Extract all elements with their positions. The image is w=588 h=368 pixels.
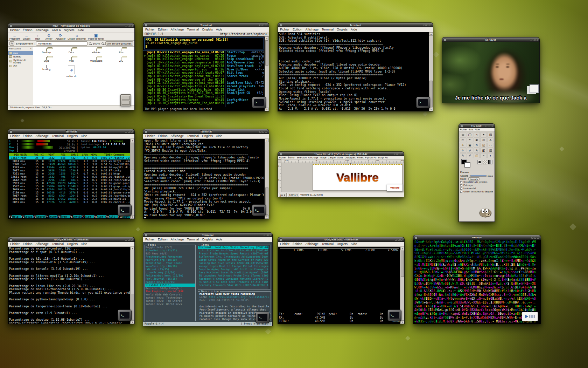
feed-row[interactable]: The Register: World (ERR: [145, 290, 195, 293]
magnify-tool-icon[interactable]: ◎: [480, 137, 487, 142]
menu-item[interactable]: Terminal: [187, 238, 199, 241]
function-key[interactable]: F3Search: [33, 215, 46, 218]
process-row[interactable]: 7597max150558842877211648S0.02.30:03.23g…: [9, 185, 130, 188]
toolbar-button[interactable]: ⟳Actualiser: [56, 34, 66, 40]
window-buttons[interactable]: [125, 25, 133, 27]
item-row[interactable]: Large Caves Found on the Surface of Mars…: [198, 258, 271, 261]
select-by-color-tool-icon[interactable]: ▧: [487, 132, 494, 137]
menu-item[interactable]: Fichier: [10, 28, 20, 32]
menu-item[interactable]: Onglets: [67, 242, 78, 246]
playlist-row[interactable]: (mp3) 06-36_Crazyfists-Midnight_Swim09:1…: [144, 88, 225, 92]
tool-option-row[interactable]: Sensibilité à la pression: [460, 180, 493, 184]
menu-item[interactable]: Édition: [23, 242, 33, 246]
toolbar-button[interactable]: ←Précédent: [9, 34, 20, 40]
file-icon[interactable]: eBooks: [84, 49, 109, 54]
menu-item[interactable]: Terminal: [187, 134, 199, 138]
menu-item[interactable]: Sélection: [296, 156, 307, 159]
feed-row[interactable]: kuro5hin.org (10/10): [145, 265, 195, 268]
scissors-tool-icon[interactable]: ✄: [460, 137, 466, 142]
menu-item[interactable]: Python-Fu: [365, 156, 376, 159]
playlist-row[interactable]: (mp3) 09-killswitch_engage-break_the_sil…: [144, 75, 225, 78]
window-buttons[interactable]: [263, 234, 271, 236]
menu-item[interactable]: Affichage: [308, 156, 318, 159]
menu-item[interactable]: Édition: [293, 28, 302, 31]
file-icon[interactable]: Style: [34, 57, 59, 62]
menu-item[interactable]: Affichage: [171, 28, 184, 31]
mode-select[interactable]: Normal ▾: [468, 177, 479, 180]
menu-item[interactable]: Aide: [216, 28, 222, 31]
item-row[interactable]: BitTorrent Inc. Introduces Ad-Supported …: [198, 255, 271, 258]
function-key[interactable]: F2Setup: [21, 215, 34, 218]
opacity-slider[interactable]: [470, 175, 486, 177]
menu-item[interactable]: Édition: [23, 28, 33, 32]
process-row[interactable]: 2642root11-427961340484S0.00.10:00.83/sb…: [9, 178, 130, 182]
zoom-select[interactable]: 100% ▾: [288, 193, 299, 197]
command-row[interactable]: Search track/: [227, 75, 264, 78]
scale-tool-icon[interactable]: ◱: [480, 143, 487, 148]
function-key[interactable]: F6SortBy: [70, 215, 82, 218]
menu-item[interactable]: Édition: [23, 134, 33, 138]
file-icon[interactable]: Desktop: [34, 49, 59, 54]
item-row[interactable]: Serenity Trounces Star Wars (2007-04-03T…: [198, 284, 271, 287]
process-row[interactable]: 7049max15032344101167804S0.00.80:00.44/u…: [9, 188, 130, 191]
menu-item[interactable]: Aide: [351, 28, 357, 31]
menu-item[interactable]: Affichage: [36, 28, 49, 32]
titlebar[interactable]: *Sans titre-2.0 (RVB, 4 calques) 357x142: [278, 151, 404, 156]
menu-item[interactable]: Image: [320, 156, 326, 159]
menu-item[interactable]: Onglets: [337, 28, 348, 31]
feed-row[interactable]: Yahoo! News: Top Storie: [145, 299, 195, 302]
menu-item[interactable]: Affichage: [171, 134, 184, 138]
titlebar[interactable]: Terminal: [278, 22, 433, 27]
toolbar-button[interactable]: →Suivant: [22, 34, 31, 40]
file-icon[interactable]: Docs: [59, 49, 84, 54]
window-buttons[interactable]: [485, 125, 493, 127]
pattern-indicator[interactable]: [483, 160, 487, 164]
playlist-row[interactable]: (mp3) 05-36_Crazyfists-The_Great_Descent…: [144, 95, 225, 98]
item-row[interactable]: EU Launches Antitrust Probe Into iTunes …: [198, 274, 271, 277]
feed-row[interactable]: World Wide Web Consorti: [145, 293, 195, 296]
menu-item[interactable]: Fichier: [280, 242, 289, 246]
menu-item[interactable]: Onglets: [202, 134, 213, 138]
feed-row[interactable]: Perl Journal (15/15): [145, 277, 195, 280]
menu-item[interactable]: Affichage: [36, 134, 49, 138]
feed-row[interactable]: Kerneltrap - Your sourc: [145, 261, 195, 265]
playlist-row[interactable]: (mp3) 02-killswitch_engage-this_is_absol…: [144, 85, 225, 88]
checkbox-icon[interactable]: [460, 191, 462, 193]
process-table-header[interactable]: PIDUSERPRINIVIRTRESSHRSCPU%MEM%TIME+Comm…: [9, 153, 130, 156]
window-buttons[interactable]: [125, 131, 133, 133]
item-row[interactable]: Vonage Signs Deal to Escape Patent Infri…: [198, 265, 271, 268]
zoom-in-icon[interactable]: [102, 42, 104, 45]
process-row[interactable]: 5903max150475881902814184S0.01.50:03.66g…: [9, 182, 130, 185]
file-icon[interactable]: ZIC: [109, 57, 134, 62]
process-row[interactable]: 6063max150112M374248904S1.33.00:27.26ber…: [9, 159, 130, 163]
playlist-row[interactable]: (mp3) 03-killswitch_engage-the_arms_of_s…: [144, 51, 225, 54]
menu-item[interactable]: Calque: [328, 156, 336, 159]
feed-row[interactable]: Slashdot (15/15): [145, 284, 195, 287]
playlist-row[interactable]: (mp3) 04-killswitch_engage-unbroken05:43: [144, 57, 225, 61]
process-row[interactable]: 7987root170895267641204S0.00.50:00.19/us…: [9, 194, 130, 197]
menu-item[interactable]: Aide: [475, 128, 480, 131]
toolbar-button[interactable]: ⊘Arrêter: [44, 34, 54, 40]
playlist-row[interactable]: (mp3) 10-36_Crazyfists-Between_The_Ancho…: [144, 102, 225, 105]
menu-item[interactable]: Aide: [216, 134, 222, 138]
process-row[interactable]: 5904max160848561705210800S0.02.20:03.78n…: [9, 197, 130, 200]
menu-item[interactable]: Terminal: [187, 28, 199, 31]
function-key[interactable]: F4Invert: [46, 215, 58, 218]
file-icon[interactable]: ◆radios.sh: [59, 66, 84, 77]
titlebar[interactable]: MPlayer: [413, 235, 541, 240]
item-row[interactable]: Facebook's Cross-Language Network Librar…: [198, 277, 271, 280]
command-row[interactable]: Read/Eject CDf5/j: [227, 91, 264, 95]
process-row[interactable]: 7393max1501304449364228S1.30.40:09.96mpg…: [9, 166, 130, 169]
function-key[interactable]: F9Kill: [106, 215, 118, 218]
toolbar-button[interactable]: ↑Haut: [33, 34, 42, 40]
eraser-tool-icon[interactable]: ◫: [474, 153, 480, 158]
brush-indicator[interactable]: [477, 160, 482, 164]
toolbar-button[interactable]: ⌂Dossier personnel: [68, 34, 86, 40]
sidebar-item[interactable]: max: [8, 51, 33, 55]
menu-item[interactable]: Fichier: [145, 28, 155, 31]
menu-item[interactable]: Édition: [158, 28, 168, 31]
titlebar[interactable]: Terminal: [143, 232, 273, 237]
sidebar-item[interactable]: ZIC: [8, 64, 33, 68]
shear-tool-icon[interactable]: ▱: [487, 143, 494, 148]
playlist-row[interactable]: (mp3) 08-killswitch_engage-eye_of_the_st…: [144, 78, 225, 82]
